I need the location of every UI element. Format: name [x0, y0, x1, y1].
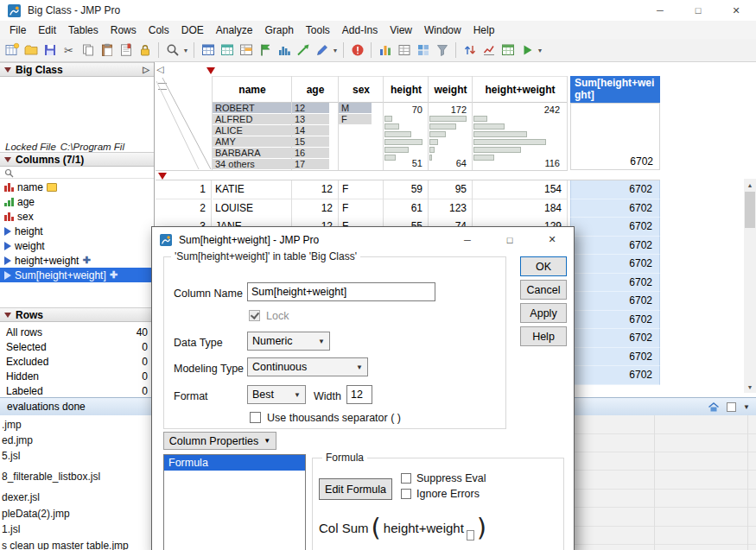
- file-item[interactable]: 1.jsl: [2, 523, 20, 535]
- menu-graph[interactable]: Graph: [258, 22, 299, 39]
- menu-rows[interactable]: Rows: [105, 22, 143, 39]
- distribution-icon[interactable]: [275, 41, 293, 60]
- scrollbar-thumb[interactable]: [745, 192, 755, 228]
- cell-name[interactable]: KATIE: [213, 180, 292, 199]
- flag-icon[interactable]: [256, 41, 274, 60]
- maximize-icon[interactable]: □: [679, 0, 717, 21]
- menu-analyze[interactable]: Analyze: [210, 22, 259, 39]
- file-item[interactable]: 8_filterable_listbox.jsl: [2, 471, 100, 483]
- cell-sum[interactable]: 6702: [570, 311, 660, 330]
- menu-tables[interactable]: Tables: [62, 22, 105, 39]
- column-header-height[interactable]: height: [384, 76, 429, 103]
- list-item-formula[interactable]: Formula: [164, 455, 305, 471]
- cell-weight[interactable]: 95: [429, 180, 473, 199]
- summary-name-cell[interactable]: 34 others: [213, 159, 291, 169]
- lock-checkbox[interactable]: [249, 310, 260, 321]
- paste-icon[interactable]: [98, 41, 116, 60]
- dropdown-caret-icon[interactable]: ▼: [537, 47, 543, 54]
- status-checkbox[interactable]: [727, 402, 736, 412]
- columns-panel-header[interactable]: Columns (7/1): [0, 152, 154, 167]
- file-item[interactable]: .jmp: [2, 419, 22, 431]
- menu-addins[interactable]: Add-Ins: [336, 22, 384, 39]
- cell-sum[interactable]: 6702: [570, 292, 660, 311]
- sidebar-item-height[interactable]: height: [0, 224, 154, 238]
- summary-name-cell[interactable]: ALICE: [213, 125, 291, 136]
- sidebar-item-age[interactable]: age: [0, 194, 154, 209]
- sidebar-item-name[interactable]: name: [0, 180, 154, 194]
- cell-sum[interactable]: 6702: [570, 199, 660, 218]
- sort-icon[interactable]: [461, 41, 479, 60]
- apply-button[interactable]: Apply: [520, 303, 567, 323]
- cell-name[interactable]: LOUISE: [213, 199, 292, 218]
- menu-edit[interactable]: Edit: [32, 22, 62, 39]
- summary-age-cell[interactable]: 15: [292, 136, 329, 147]
- cell-sum[interactable]: 6702: [570, 348, 660, 367]
- columns-menu-icon[interactable]: [206, 67, 215, 74]
- minimize-icon[interactable]: ─: [449, 227, 486, 252]
- new-data-table-icon[interactable]: [3, 41, 21, 60]
- row-number[interactable]: 2: [156, 199, 212, 218]
- cell-height[interactable]: 59: [384, 180, 429, 199]
- fit-line-icon[interactable]: [294, 41, 312, 60]
- ok-button[interactable]: OK: [520, 256, 567, 276]
- rows-stat-excluded[interactable]: Excluded 0: [0, 354, 154, 369]
- help-button[interactable]: Help: [520, 326, 567, 346]
- dropdown-caret-icon[interactable]: ▼: [332, 47, 339, 54]
- summary-name-cell[interactable]: ROBERT: [213, 103, 291, 113]
- disclosure-triangle-icon[interactable]: [4, 313, 11, 318]
- summary-name-cell[interactable]: BARBARA: [213, 148, 291, 158]
- dialog-title-bar[interactable]: Sum[height+weight] - JMP Pro ─ □ ✕: [152, 227, 574, 252]
- window-list-icon[interactable]: [414, 41, 432, 60]
- summary-sex-cell[interactable]: F: [339, 114, 372, 124]
- alert-icon[interactable]: [348, 41, 366, 60]
- row-number[interactable]: 1: [156, 180, 212, 199]
- file-item[interactable]: ed.jmp: [2, 434, 33, 446]
- summary-age-cell[interactable]: 17: [292, 159, 329, 169]
- cancel-button[interactable]: Cancel: [520, 280, 567, 300]
- column-header-height-weight[interactable]: height+weight: [473, 76, 568, 103]
- cut-icon[interactable]: ✂: [60, 41, 78, 60]
- tabulate-icon[interactable]: [395, 41, 413, 60]
- summary-age-cell[interactable]: 14: [292, 125, 329, 136]
- sidebar-item-sex[interactable]: sex: [0, 209, 154, 224]
- menu-doe[interactable]: DOE: [175, 22, 210, 39]
- width-input[interactable]: [346, 385, 372, 404]
- summary-name-cell[interactable]: AMY: [213, 136, 291, 147]
- data-table-icon[interactable]: [199, 41, 217, 60]
- dropdown-caret-icon[interactable]: ▼: [182, 47, 189, 54]
- graph-builder-icon[interactable]: [376, 41, 394, 60]
- cell-sum[interactable]: 6702: [570, 329, 660, 348]
- data-type-select[interactable]: Numeric ▼: [247, 332, 330, 351]
- collapse-panel-icon[interactable]: ◁: [156, 64, 163, 75]
- format-select[interactable]: Best ▼: [247, 385, 306, 404]
- cell-sex[interactable]: F: [339, 199, 384, 218]
- ignore-errors-checkbox[interactable]: [401, 489, 411, 499]
- cell-sum[interactable]: 6702: [570, 366, 660, 385]
- summary-name-cell[interactable]: ALFRED: [213, 114, 291, 124]
- home-icon[interactable]: [708, 401, 720, 413]
- cell-height-weight[interactable]: 184: [473, 199, 568, 218]
- search-icon[interactable]: [163, 41, 181, 60]
- modeling-type-select[interactable]: Continuous ▼: [247, 357, 368, 376]
- cell-age[interactable]: 12: [292, 180, 339, 199]
- disclosure-triangle-icon[interactable]: [4, 157, 11, 162]
- journal-icon[interactable]: [117, 41, 135, 60]
- summary-table-icon[interactable]: [218, 41, 236, 60]
- menu-window[interactable]: Window: [418, 22, 467, 39]
- thousands-separator-checkbox[interactable]: [250, 412, 261, 423]
- column-name-input[interactable]: [247, 282, 435, 301]
- rows-stat-all[interactable]: All rows 40: [0, 325, 154, 339]
- brush-icon[interactable]: [313, 41, 331, 60]
- rows-stat-labeled[interactable]: Labeled 0: [0, 383, 154, 398]
- scroll-down-icon[interactable]: ▼: [744, 381, 756, 393]
- sidebar-item-weight[interactable]: weight: [0, 238, 154, 253]
- close-icon[interactable]: ✕: [717, 0, 755, 21]
- column-properties-button[interactable]: Column Properties ▼: [163, 432, 276, 450]
- menu-view[interactable]: View: [384, 22, 418, 39]
- columns-search[interactable]: [0, 168, 154, 179]
- lock-icon[interactable]: [136, 41, 154, 60]
- cell-age[interactable]: 12: [292, 199, 339, 218]
- subset-table-icon[interactable]: [237, 41, 255, 60]
- column-header-age[interactable]: age: [292, 76, 339, 103]
- properties-listbox[interactable]: Formula: [163, 454, 306, 550]
